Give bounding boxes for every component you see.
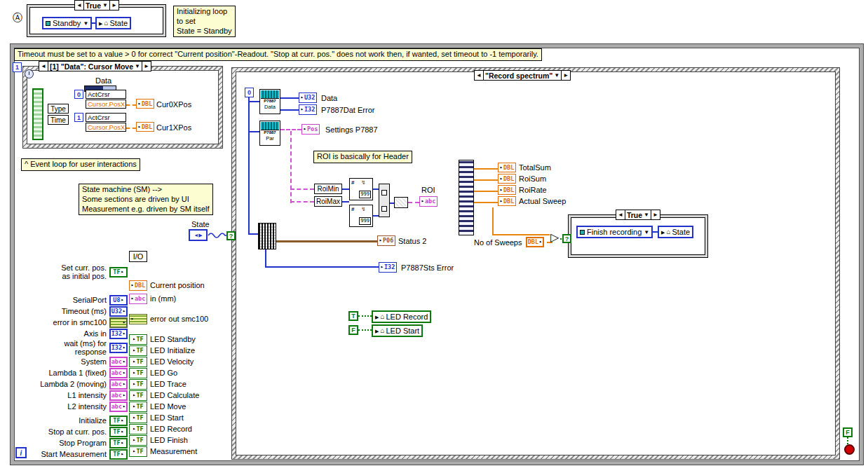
pos-terminal[interactable]: Pos xyxy=(301,124,320,135)
property-item[interactable]: ActCrsr xyxy=(86,90,126,99)
state-local-variable[interactable]: ▶ ⌂ State xyxy=(658,226,693,238)
control-terminal[interactable]: TF xyxy=(109,449,128,460)
indicator-terminal[interactable]: TF xyxy=(129,413,147,423)
standby-enum-constant[interactable]: Standby ▼ xyxy=(42,17,92,29)
indicator-terminal[interactable]: TF xyxy=(129,357,147,367)
case-next-icon[interactable]: ► xyxy=(144,64,149,69)
indicator-terminal[interactable]: TF xyxy=(129,368,147,378)
case-next-icon[interactable]: ► xyxy=(111,3,117,8)
property-node[interactable]: ActCrsr Cursor.PosX xyxy=(86,90,126,109)
case-dropdown-icon[interactable]: ▼ xyxy=(644,212,649,218)
case-dropdown-icon[interactable]: ▼ xyxy=(135,64,140,69)
false-constant[interactable]: F xyxy=(348,325,358,335)
control-terminal[interactable]: TF xyxy=(109,267,128,277)
record-case-selector[interactable]: ◄ "Record spectrum" ▼ ► xyxy=(474,70,571,81)
event-field-type[interactable]: Type xyxy=(48,104,69,114)
no-of-sweeps-terminal[interactable]: DBL xyxy=(526,237,544,247)
record-case-selector-label[interactable]: "Record spectrum" xyxy=(485,71,552,80)
case-prev-icon[interactable]: ◄ xyxy=(41,64,46,69)
case-prev-icon[interactable]: ◄ xyxy=(476,73,482,78)
case-prev-icon[interactable]: ◄ xyxy=(76,3,82,8)
control-terminal[interactable]: I32 xyxy=(109,343,128,353)
indicator-terminal[interactable]: TF xyxy=(129,345,147,356)
control-terminal[interactable]: abc xyxy=(109,368,128,378)
event-selector-label[interactable]: [1] "Data": Cursor Move xyxy=(50,62,133,71)
status2-terminal[interactable]: P06 xyxy=(377,235,395,246)
dbl-terminal[interactable]: DBL xyxy=(498,185,516,195)
case-next-icon[interactable]: ► xyxy=(653,212,658,218)
indicator-terminal[interactable]: TF xyxy=(129,390,147,401)
true-constant[interactable]: T xyxy=(348,311,358,321)
indicator-terminal[interactable]: TF xyxy=(129,334,147,345)
control-terminal[interactable]: U32 xyxy=(109,306,128,317)
case-next-icon[interactable]: ► xyxy=(563,73,569,78)
case-dropdown-icon[interactable]: ▼ xyxy=(554,73,560,78)
case-prev-icon[interactable]: ◄ xyxy=(618,212,623,218)
event-timeout-icon[interactable] xyxy=(25,69,34,78)
chevron-down-icon[interactable]: ▼ xyxy=(644,229,649,235)
control-terminal[interactable]: TF xyxy=(109,438,128,448)
control-terminal[interactable]: I32 xyxy=(109,329,128,339)
indicator-terminal[interactable]: TF xyxy=(129,446,147,457)
finish-recording-enum[interactable]: Finish recording ▼ xyxy=(576,226,653,238)
to-string-node[interactable] xyxy=(394,197,408,208)
property-item[interactable]: ActCrsr xyxy=(86,113,126,122)
property-subitem[interactable]: Cursor.PosX xyxy=(86,123,126,132)
sts-error-terminal[interactable]: I32 xyxy=(379,262,397,273)
enum-value[interactable]: Finish recording xyxy=(587,228,642,236)
indicator-terminal[interactable]: DBL xyxy=(129,280,147,291)
p7887-par-vi-icon[interactable]: P7887 Par xyxy=(259,121,280,146)
state-enum-terminal[interactable]: ◄▶ xyxy=(189,229,208,241)
indicator-terminal[interactable]: TF xyxy=(129,435,147,446)
u32-terminal[interactable]: U32 xyxy=(299,92,317,103)
greater-equal-icon[interactable]: ▷ xyxy=(550,232,559,243)
in-range-coerce-node[interactable]: # ↯ 999 xyxy=(349,205,373,227)
array-index-box[interactable]: 0 xyxy=(74,90,83,99)
init-case-selector[interactable]: ◄ True ▼ ► xyxy=(74,0,119,11)
p7887-data-vi-icon[interactable]: P7887 Data xyxy=(259,89,280,114)
indicator-terminal[interactable]: TF xyxy=(129,379,147,390)
dbl-terminal[interactable]: DBL xyxy=(136,99,154,109)
indicator-terminal[interactable]: TF xyxy=(129,402,147,412)
dbl-terminal[interactable]: DBL xyxy=(136,122,154,132)
dbl-terminal[interactable]: DBL xyxy=(498,163,516,172)
i32-terminal[interactable]: I32 xyxy=(299,104,317,115)
control-terminal[interactable]: abc xyxy=(109,402,128,412)
chevron-down-icon[interactable]: ▼ xyxy=(83,20,88,27)
event-data-node[interactable] xyxy=(32,88,43,140)
finish-case-selector-label[interactable]: True xyxy=(627,211,642,219)
property-node[interactable]: ActCrsr Cursor.PosX xyxy=(86,113,126,132)
control-terminal[interactable]: abc xyxy=(109,390,128,401)
event-selector[interactable]: ◄ [1] "Data": Cursor Move ▼ ► xyxy=(39,61,151,71)
case-dropdown-icon[interactable]: ▼ xyxy=(102,3,108,8)
in-range-coerce-node[interactable]: # ↯ 999 xyxy=(349,178,373,200)
led-record-local-variable[interactable]: ▶ ⌂ LED Record xyxy=(372,310,431,323)
case-selector-terminal[interactable]: ? xyxy=(562,234,571,243)
case-selector-terminal[interactable]: ? xyxy=(226,231,236,240)
enum-value[interactable]: Standby xyxy=(53,19,81,27)
stop-false-constant[interactable]: F xyxy=(843,427,853,437)
roi-max-node[interactable]: RoiMax xyxy=(314,196,342,207)
state-local-variable[interactable]: ▶ ⌂ State xyxy=(95,17,131,29)
property-subitem[interactable]: Cursor.PosX xyxy=(86,100,126,109)
roi-min-node[interactable]: RoiMin xyxy=(314,184,342,194)
loop-condition-stop-button[interactable] xyxy=(844,444,855,455)
control-terminal[interactable]: err xyxy=(109,317,128,328)
dbl-terminal[interactable]: DBL xyxy=(498,174,516,184)
build-array-node[interactable] xyxy=(379,184,390,217)
array-index-box[interactable]: 1 xyxy=(74,113,83,122)
control-terminal[interactable]: U8 xyxy=(109,295,128,306)
p7887-status-node[interactable] xyxy=(258,223,276,249)
zero-constant[interactable]: 0 xyxy=(245,88,254,97)
roi-terminal[interactable]: abc xyxy=(419,196,438,207)
indicator-terminal[interactable]: err xyxy=(129,314,147,324)
indicator-terminal[interactable]: TF xyxy=(129,424,147,434)
event-field-time[interactable]: Time xyxy=(48,115,69,125)
led-start-local-variable[interactable]: ▶ ⌂ LED Start xyxy=(372,324,423,337)
control-terminal[interactable]: abc xyxy=(109,379,128,390)
finish-case-selector[interactable]: ◄ True ▼ ► xyxy=(616,210,660,220)
iteration-terminal[interactable]: i xyxy=(15,447,27,458)
control-terminal[interactable]: TF xyxy=(109,416,128,426)
control-terminal[interactable]: abc xyxy=(109,357,128,367)
index-array-node[interactable] xyxy=(459,160,474,235)
